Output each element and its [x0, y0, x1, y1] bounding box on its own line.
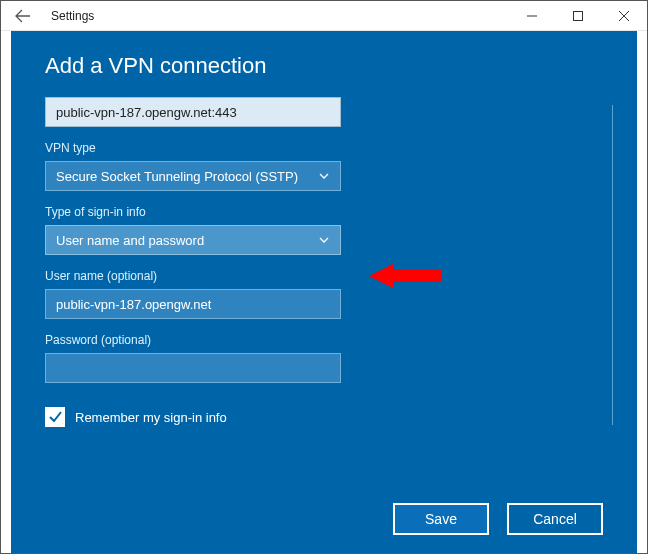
remember-row: Remember my sign-in info — [45, 407, 603, 427]
signin-select[interactable]: User name and password — [45, 225, 341, 255]
vpntype-group: VPN type Secure Socket Tunneling Protoco… — [45, 141, 603, 191]
vpn-dialog: Add a VPN connection public-vpn-187.open… — [11, 31, 637, 553]
back-button[interactable] — [9, 2, 37, 30]
username-label: User name (optional) — [45, 269, 603, 283]
dialog-buttons: Save Cancel — [393, 503, 603, 535]
vpntype-value: Secure Socket Tunneling Protocol (SSTP) — [56, 169, 298, 184]
signin-value: User name and password — [56, 233, 204, 248]
settings-window: Settings Add a VPN connection public-vpn… — [0, 0, 648, 554]
window-controls — [509, 1, 647, 31]
checkmark-icon — [47, 409, 63, 425]
cancel-button[interactable]: Cancel — [507, 503, 603, 535]
signin-group: Type of sign-in info User name and passw… — [45, 205, 603, 255]
signin-label: Type of sign-in info — [45, 205, 603, 219]
vpntype-select[interactable]: Secure Socket Tunneling Protocol (SSTP) — [45, 161, 341, 191]
scroll-indicator[interactable] — [612, 105, 613, 425]
username-input[interactable] — [45, 289, 341, 319]
save-button-label: Save — [425, 511, 457, 527]
chevron-down-icon — [318, 234, 330, 246]
svg-rect-1 — [574, 12, 583, 21]
remember-label: Remember my sign-in info — [75, 410, 227, 425]
server-field-group: public-vpn-187.opengw.net:443 — [45, 97, 603, 127]
back-arrow-icon — [15, 8, 31, 24]
window-title: Settings — [51, 9, 94, 23]
minimize-button[interactable] — [509, 1, 555, 31]
close-button[interactable] — [601, 1, 647, 31]
password-label: Password (optional) — [45, 333, 603, 347]
username-group: User name (optional) — [45, 269, 603, 319]
titlebar: Settings — [1, 1, 647, 31]
cancel-button-label: Cancel — [533, 511, 577, 527]
content-area: Add a VPN connection public-vpn-187.open… — [1, 31, 647, 553]
password-input[interactable] — [45, 353, 341, 383]
maximize-button[interactable] — [555, 1, 601, 31]
chevron-down-icon — [318, 170, 330, 182]
server-address-value: public-vpn-187.opengw.net:443 — [56, 105, 237, 120]
save-button[interactable]: Save — [393, 503, 489, 535]
vpntype-label: VPN type — [45, 141, 603, 155]
server-address-input[interactable]: public-vpn-187.opengw.net:443 — [45, 97, 341, 127]
password-group: Password (optional) — [45, 333, 603, 383]
remember-checkbox[interactable] — [45, 407, 65, 427]
dialog-heading: Add a VPN connection — [45, 53, 603, 79]
